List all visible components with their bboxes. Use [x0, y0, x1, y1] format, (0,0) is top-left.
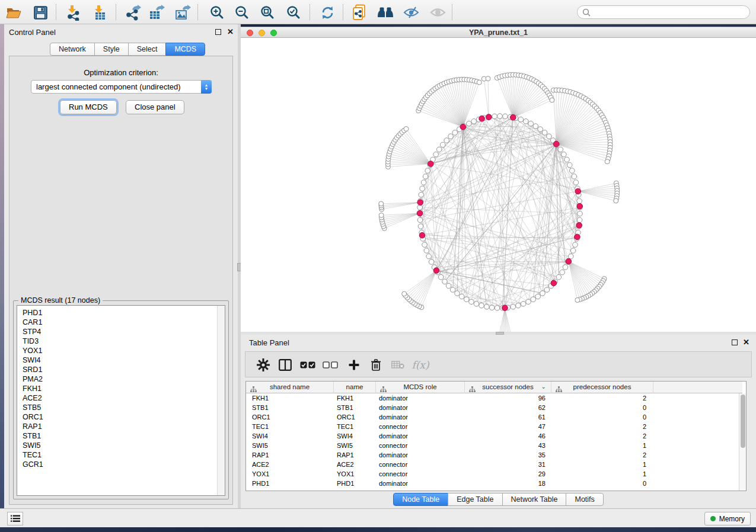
network-node[interactable]: [379, 201, 384, 206]
network-node[interactable]: [570, 248, 576, 254]
network-node[interactable]: [421, 180, 426, 185]
select-all-columns-button[interactable]: [299, 356, 317, 374]
mcds-hub-node[interactable]: [419, 232, 425, 238]
close-panel-button[interactable]: Close panel: [126, 100, 184, 114]
network-node[interactable]: [558, 147, 563, 152]
tab-select[interactable]: Select: [128, 43, 167, 56]
network-node[interactable]: [605, 159, 610, 164]
network-node[interactable]: [573, 242, 578, 248]
mcds-result-item[interactable]: PMA2: [17, 374, 225, 384]
network-node[interactable]: [567, 162, 572, 168]
mcds-hub-node[interactable]: [575, 234, 580, 240]
create-column-button[interactable]: [345, 356, 363, 374]
network-node[interactable]: [528, 121, 534, 126]
export-table-button[interactable]: [148, 4, 165, 21]
network-node[interactable]: [518, 117, 524, 122]
network-node[interactable]: [417, 205, 423, 210]
float-panel-icon[interactable]: [215, 29, 221, 35]
network-node[interactable]: [569, 168, 575, 174]
table-row[interactable]: PHD1PHD1dominator180: [246, 479, 742, 488]
mcds-hub-node[interactable]: [479, 116, 485, 121]
network-node[interactable]: [524, 118, 529, 124]
open-session-button[interactable]: [5, 4, 23, 21]
network-node[interactable]: [503, 114, 508, 119]
new-network-from-selection-button[interactable]: [350, 4, 368, 21]
hide-selected-graphics-button[interactable]: [402, 4, 420, 21]
network-node[interactable]: [495, 306, 500, 311]
mcds-result-item[interactable]: RAP1: [17, 422, 225, 431]
float-panel-icon[interactable]: [732, 339, 738, 345]
tab-motifs[interactable]: Motifs: [566, 493, 603, 506]
table-row[interactable]: ORC1ORC1dominator610: [246, 412, 742, 422]
network-node[interactable]: [573, 180, 579, 185]
network-node[interactable]: [535, 294, 541, 299]
update-layout-button[interactable]: [318, 4, 336, 21]
delete-table-button[interactable]: [389, 356, 407, 374]
network-node[interactable]: [469, 299, 474, 305]
mcds-hub-node[interactable]: [576, 222, 582, 228]
zoom-out-button[interactable]: [233, 4, 251, 21]
network-node[interactable]: [577, 198, 582, 204]
tab-edge-table[interactable]: Edge Table: [448, 493, 502, 506]
mcds-hub-node[interactable]: [577, 203, 583, 209]
network-node[interactable]: [489, 305, 495, 310]
network-node[interactable]: [542, 130, 547, 136]
mcds-hub-node[interactable]: [460, 124, 466, 130]
mcds-hub-node[interactable]: [417, 200, 423, 206]
memory-button[interactable]: Memory: [704, 512, 751, 525]
column-header-successor-nodes[interactable]: successor nodes⌄: [465, 382, 551, 393]
mcds-result-list[interactable]: PHD1CAR1STP4TID3YOX1SWI4SRD1PMA2FKH1ACE2…: [17, 305, 225, 496]
delete-columns-button[interactable]: [367, 356, 385, 374]
tab-node-table[interactable]: Node Table: [393, 493, 448, 506]
column-header-MCDS-role[interactable]: MCDS role: [376, 382, 465, 393]
search-input[interactable]: [594, 8, 745, 17]
network-node[interactable]: [433, 152, 439, 157]
mcds-hub-node[interactable]: [502, 305, 508, 311]
mcds-result-item[interactable]: TEC1: [17, 450, 225, 460]
network-node[interactable]: [418, 224, 423, 229]
network-node[interactable]: [455, 291, 460, 296]
table-row[interactable]: SWI4SWI4dominator462: [246, 431, 742, 441]
mcds-result-item[interactable]: FKH1: [17, 384, 225, 393]
mcds-hub-node[interactable]: [486, 114, 492, 120]
network-node[interactable]: [560, 270, 565, 275]
column-layout-button[interactable]: [276, 356, 294, 374]
network-canvas[interactable]: [241, 39, 756, 332]
network-node[interactable]: [564, 157, 570, 162]
mcds-hub-node[interactable]: [433, 268, 439, 274]
mcds-result-item[interactable]: SRD1: [17, 365, 225, 374]
column-header-predecessor-nodes[interactable]: predecessor nodes: [551, 382, 653, 393]
network-node[interactable]: [486, 76, 490, 81]
mcds-hub-node[interactable]: [566, 258, 572, 264]
table-row[interactable]: FKH1FKH1dominator962: [246, 393, 742, 403]
network-node[interactable]: [444, 138, 449, 143]
network-node[interactable]: [440, 142, 445, 148]
table-row[interactable]: RAP1RAP1dominator352: [246, 450, 742, 460]
close-panel-icon[interactable]: ✕: [227, 27, 234, 36]
network-node[interactable]: [492, 114, 497, 119]
mcds-result-item[interactable]: PHD1: [17, 308, 225, 318]
network-node[interactable]: [438, 274, 444, 280]
network-node[interactable]: [563, 265, 568, 270]
mcds-result-item[interactable]: TID3: [17, 336, 225, 346]
network-node[interactable]: [572, 174, 577, 180]
mcds-result-item[interactable]: STP4: [17, 327, 225, 336]
network-node[interactable]: [402, 291, 407, 296]
network-node[interactable]: [511, 304, 516, 309]
zoom-in-button[interactable]: [208, 4, 226, 21]
mcds-result-item[interactable]: GCR1: [17, 460, 225, 469]
network-node[interactable]: [464, 297, 469, 302]
mcds-result-item[interactable]: ORC1: [17, 412, 225, 422]
import-network-button[interactable]: [65, 4, 82, 21]
mcds-hub-node[interactable]: [510, 114, 516, 120]
network-node[interactable]: [521, 302, 526, 307]
network-node[interactable]: [556, 274, 562, 280]
network-node[interactable]: [429, 259, 434, 265]
network-node[interactable]: [544, 287, 550, 293]
zoom-selected-button[interactable]: [285, 4, 302, 21]
network-node[interactable]: [459, 294, 464, 299]
network-node[interactable]: [474, 302, 479, 307]
network-node[interactable]: [568, 254, 573, 259]
network-node[interactable]: [467, 121, 472, 126]
network-node[interactable]: [450, 287, 455, 293]
